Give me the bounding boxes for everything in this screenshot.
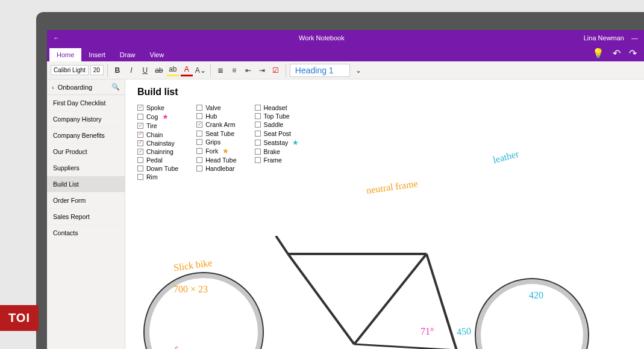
sidebar-item[interactable]: First Day Checklist — [47, 95, 125, 111]
tab-view[interactable]: View — [143, 48, 172, 61]
checklist-item[interactable]: Seat Tube — [196, 129, 236, 138]
sidebar-header: ‹ Onboarding 🔍 — [47, 79, 125, 95]
sidebar-item[interactable]: Suppliers — [47, 160, 125, 176]
checklist-label: Chain — [146, 131, 163, 139]
clear-format-button[interactable]: A⌄ — [195, 64, 207, 76]
tab-draw[interactable]: Draw — [113, 48, 143, 61]
font-color-button[interactable]: A — [181, 64, 193, 76]
checkbox-icon[interactable]: ✓ — [196, 122, 202, 128]
star-icon: ★ — [222, 146, 229, 156]
ink-canvas: leatherneutral frameSlick bike700 × 2329… — [137, 158, 644, 349]
sidebar-back-icon[interactable]: ‹ — [52, 84, 54, 91]
checkbox-icon[interactable] — [137, 114, 143, 120]
ink-annotation: 420 — [529, 290, 543, 301]
checklist-label: Hub — [205, 112, 217, 120]
checkbox-icon[interactable]: ✓ — [137, 123, 143, 129]
checklist-item[interactable]: ✓Crank Arm — [196, 120, 236, 129]
underline-button[interactable]: U — [139, 64, 151, 76]
app-window: ← Work Notebook Lina Newman — Home Inser… — [47, 30, 644, 349]
checklist-item[interactable]: Fork★ — [196, 146, 236, 156]
strikethrough-button[interactable]: ab — [153, 64, 165, 76]
undo-icon[interactable]: ↶ — [613, 48, 621, 59]
content-area: ‹ Onboarding 🔍 First Day ChecklistCompan… — [47, 79, 644, 349]
svg-line-4 — [354, 344, 457, 349]
sidebar-item[interactable]: Build List — [47, 176, 125, 193]
font-name-select[interactable]: Calibri Light — [51, 65, 89, 75]
ink-annotation: 71° — [420, 326, 434, 337]
checkbox-icon[interactable] — [196, 113, 202, 119]
checkbox-icon[interactable] — [196, 148, 202, 154]
bullet-list-button[interactable]: ≣ — [214, 64, 227, 76]
checkbox-button[interactable]: ☑ — [270, 64, 282, 76]
style-dropdown-icon[interactable]: ⌄ — [352, 64, 364, 76]
ribbon-tabs: Home Insert Draw View 💡 ↶ ↷ — [47, 46, 644, 61]
sidebar-item[interactable]: Our Product — [47, 144, 125, 160]
checkbox-icon[interactable] — [255, 149, 261, 155]
checklist-label: Crank Arm — [205, 120, 236, 129]
number-list-button[interactable]: ≡ — [228, 64, 240, 76]
lightbulb-icon[interactable]: 💡 — [592, 48, 604, 59]
device-frame: ← Work Notebook Lina Newman — Home Inser… — [36, 12, 644, 349]
checklist-item[interactable]: ✓Chain — [137, 131, 178, 139]
checklist-item[interactable]: Saddle — [255, 120, 299, 129]
titlebar: ← Work Notebook Lina Newman — — [47, 30, 644, 46]
document-title: Work Notebook — [60, 34, 584, 42]
sidebar-item[interactable]: Sales Report — [47, 209, 125, 225]
checkbox-icon[interactable] — [196, 131, 202, 137]
search-icon[interactable]: 🔍 — [111, 83, 120, 91]
sidebar-item[interactable]: Company History — [47, 111, 125, 128]
checklist-item[interactable]: ✓Chainring — [137, 147, 178, 156]
checklist-item[interactable]: ✓Chainstay — [137, 139, 178, 147]
redo-icon[interactable]: ↷ — [629, 48, 637, 59]
user-name[interactable]: Lina Newman — [584, 34, 624, 42]
checklist-item[interactable]: Cog★ — [137, 112, 178, 122]
italic-button[interactable]: I — [125, 64, 137, 76]
highlight-button[interactable]: ab — [167, 64, 179, 76]
tab-insert[interactable]: Insert — [81, 48, 113, 61]
minimize-icon[interactable]: — — [631, 34, 638, 42]
back-arrow-icon[interactable]: ← — [53, 34, 60, 42]
outdent-button[interactable]: ⇤ — [242, 64, 254, 76]
checklist-item[interactable]: ✓Spoke — [137, 103, 178, 112]
style-select[interactable]: Heading 1 — [290, 64, 350, 77]
section-name: Onboarding — [58, 84, 93, 91]
checkbox-icon[interactable]: ✓ — [137, 132, 143, 138]
checkbox-icon[interactable]: ✓ — [137, 105, 143, 111]
sidebar-item[interactable]: Company Benefits — [47, 128, 125, 144]
checkbox-icon[interactable] — [196, 105, 202, 111]
checkbox-icon[interactable] — [196, 139, 202, 145]
checklist-item[interactable]: Grips — [196, 138, 236, 146]
sidebar-item[interactable]: Order Form — [47, 193, 125, 209]
checklist-label: Saddle — [264, 120, 284, 129]
checklist-item[interactable]: ✓Tire — [137, 122, 178, 130]
checkbox-icon[interactable] — [255, 131, 261, 137]
checklist-item[interactable]: Seatstay★ — [255, 138, 299, 147]
sidebar: ‹ Onboarding 🔍 First Day ChecklistCompan… — [47, 79, 125, 349]
ink-annotation: 700 × 23 — [174, 284, 208, 295]
checklist-item[interactable]: Valve — [196, 103, 236, 112]
svg-line-2 — [354, 254, 427, 344]
checkbox-icon[interactable]: ✓ — [137, 149, 143, 155]
checkbox-icon[interactable] — [255, 140, 261, 146]
checklist-label: Headset — [264, 103, 287, 112]
svg-line-1 — [288, 254, 354, 344]
page-title: Build list — [137, 87, 632, 97]
tab-home[interactable]: Home — [49, 48, 81, 61]
checkbox-icon[interactable] — [255, 113, 261, 119]
checklist-label: Seatstay — [264, 138, 289, 147]
checklist-item[interactable]: Headset — [255, 103, 299, 112]
bold-button[interactable]: B — [111, 64, 123, 76]
sidebar-item[interactable]: Contacts — [47, 225, 125, 241]
indent-button[interactable]: ⇥ — [256, 64, 268, 76]
checkbox-icon[interactable]: ✓ — [137, 140, 143, 146]
checklist-item[interactable]: Hub — [196, 112, 236, 120]
page-canvas[interactable]: Build list ✓SpokeCog★✓Tire✓Chain✓Chainst… — [125, 79, 644, 349]
checklist-item[interactable]: Brake — [255, 147, 299, 156]
checklist-item[interactable]: Top Tube — [255, 112, 299, 120]
toolbar: Calibri Light 20 B I U ab ab A A⌄ ≣ ≡ ⇤ … — [47, 61, 644, 79]
checklist-label: Top Tube — [264, 112, 290, 120]
font-size-select[interactable]: 20 — [90, 65, 104, 75]
checkbox-icon[interactable] — [255, 105, 261, 111]
checklist-item[interactable]: Seat Post — [255, 129, 299, 138]
checkbox-icon[interactable] — [255, 122, 261, 128]
